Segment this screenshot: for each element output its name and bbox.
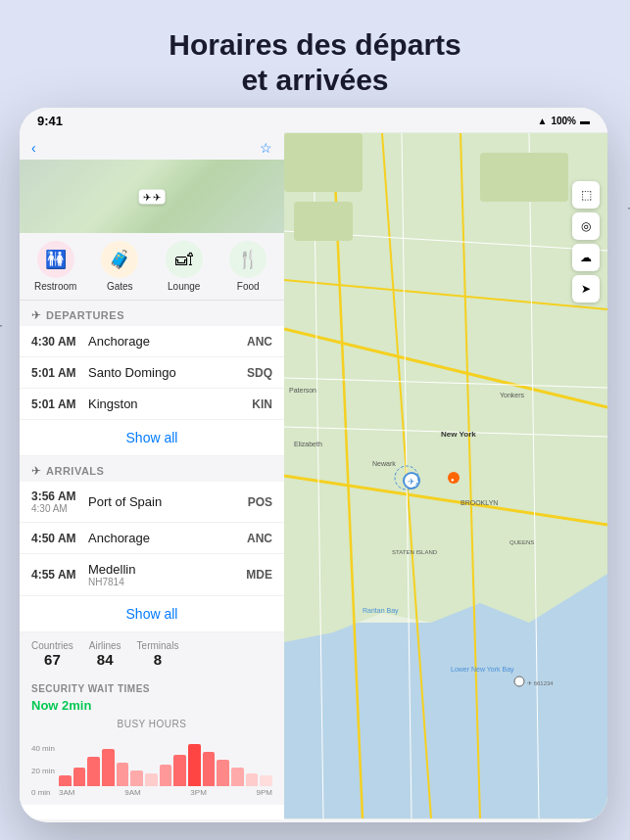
map-weather-button[interactable]: ☁ xyxy=(572,244,600,271)
y-label-40: 40 min xyxy=(31,744,55,753)
departure-flight-1[interactable]: 4:30 AM Anchorage ANC xyxy=(20,326,284,357)
wifi-icon: ▲ xyxy=(538,116,548,126)
x-label-9pm: 9PM xyxy=(257,788,272,797)
amenities-row: 🚻 Restroom 🧳 Gates 🛋 Lounge 🍴 Food xyxy=(20,233,284,301)
battery-icon: ▬ xyxy=(580,116,590,126)
panel-header: ‹ ☆ xyxy=(20,132,284,160)
status-bar: 9:41 ▲ 100% ▬ xyxy=(20,108,607,132)
amenity-lounge[interactable]: 🛋 Lounge xyxy=(154,241,215,292)
map-panel[interactable]: ✈ Newark New York Elizabeth Paterson Yon… xyxy=(284,132,607,819)
flight-destination: Santo Domingo xyxy=(88,365,247,380)
status-time: 9:41 xyxy=(37,114,63,128)
airplane-decoration-left: ✈ xyxy=(0,312,5,341)
x-label-9am: 9AM xyxy=(124,788,140,797)
flight-destination: Medellin xyxy=(88,562,246,577)
chart-y-axis: 40 min 20 min 0 min xyxy=(31,744,55,797)
airplane-decoration-right: ✈ xyxy=(625,195,630,223)
svg-point-34 xyxy=(514,677,524,686)
flight-code: SDQ xyxy=(247,366,272,380)
departure-flight-3[interactable]: 5:01 AM Kingston KIN xyxy=(20,389,284,420)
flight-destination: Kingston xyxy=(88,397,252,411)
arrivals-header: ✈ ARRIVALS xyxy=(20,456,284,482)
gates-icon: 🧳 xyxy=(101,241,138,278)
svg-rect-19 xyxy=(294,202,353,241)
food-icon: 🍴 xyxy=(229,241,267,278)
svg-text:BROOKLYN: BROOKLYN xyxy=(460,499,498,506)
flight-time: 5:01 AM xyxy=(31,366,88,380)
chart-bars-container xyxy=(59,733,272,786)
battery-label: 100% xyxy=(551,116,576,126)
y-label-20: 20 min xyxy=(31,767,55,775)
arrival-flight-2[interactable]: 4:50 AM Anchorage ANC xyxy=(20,523,284,554)
arrivals-label: ARRIVALS xyxy=(46,465,104,477)
chart-bar xyxy=(188,744,201,786)
flight-code: ANC xyxy=(247,532,272,545)
x-label-3pm: 3PM xyxy=(190,788,206,797)
flight-time-sub: 4:30 AM xyxy=(31,503,88,514)
flight-destination: Anchorage xyxy=(88,334,247,349)
x-label-3am: 3AM xyxy=(59,788,74,797)
svg-text:STATEN ISLAND: STATEN ISLAND xyxy=(392,549,438,555)
map-location-button[interactable]: ➤ xyxy=(572,275,600,303)
flight-destination: Port of Spain xyxy=(88,494,248,509)
airlines-value: 84 xyxy=(89,651,121,668)
svg-text:QUEENS: QUEENS xyxy=(509,539,534,545)
svg-text:✈: ✈ xyxy=(408,477,415,487)
stats-row: Countries 67 Airlines 84 Terminals 8 xyxy=(20,632,284,676)
map-3d-button[interactable]: ⬚ xyxy=(572,181,600,209)
page-title: Horaires des départs et arrivées xyxy=(0,0,630,116)
chart-bar xyxy=(130,770,143,786)
food-label: Food xyxy=(237,281,260,292)
svg-text:Raritan Bay: Raritan Bay xyxy=(363,607,399,615)
chart-bar xyxy=(173,755,186,786)
chart-bar xyxy=(203,752,216,786)
arrival-flight-1[interactable]: 3:56 AM 4:30 AM Port of Spain POS xyxy=(20,482,284,523)
arrival-flight-3[interactable]: 4:55 AM Medellin NH7814 MDE xyxy=(20,554,284,596)
map-controls: ⬚ ◎ ☁ ➤ xyxy=(572,181,600,303)
busy-hours-title: BUSY HOURS xyxy=(31,719,272,729)
flight-time: 3:56 AM xyxy=(31,490,88,503)
departures-label: DEPARTURES xyxy=(46,309,124,321)
security-now-text: Now 2min xyxy=(31,698,272,713)
countries-label: Countries xyxy=(31,640,73,651)
svg-rect-1 xyxy=(284,623,607,818)
back-button[interactable]: ‹ xyxy=(31,140,36,156)
security-title: SECURITY WAIT TIMES xyxy=(31,683,272,694)
flight-code: ANC xyxy=(247,335,272,349)
scroll-content[interactable]: ✈ DEPARTURES 4:30 AM Anchorage ANC 5:01 … xyxy=(20,301,284,819)
lounge-label: Lounge xyxy=(168,281,200,292)
svg-rect-20 xyxy=(480,153,568,202)
svg-rect-18 xyxy=(284,133,363,192)
terminals-stat: Terminals 8 xyxy=(137,640,179,668)
lounge-icon: 🛋 xyxy=(166,241,203,278)
departure-flight-2[interactable]: 5:01 AM Santo Domingo SDQ xyxy=(20,357,284,389)
chart-bar xyxy=(102,749,115,786)
departure-plane-icon: ✈ xyxy=(31,308,41,322)
amenity-gates[interactable]: 🧳 Gates xyxy=(90,241,151,292)
amenity-restroom[interactable]: 🚻 Restroom xyxy=(25,241,86,292)
busy-hours-chart: 40 min 20 min 0 min 3AM 9AM 3PM 9PM xyxy=(31,733,272,797)
svg-text:Newark: Newark xyxy=(372,460,396,467)
flight-time: 4:55 AM xyxy=(31,568,88,582)
left-panel: ‹ ☆ ✈ ✈ 🚻 Restroom 🧳 Gates xyxy=(20,132,284,819)
favorite-button[interactable]: ☆ xyxy=(260,140,272,156)
arrivals-show-all-button[interactable]: Show all xyxy=(20,596,284,632)
svg-text:Yonkers: Yonkers xyxy=(500,392,525,398)
amenity-food[interactable]: 🍴 Food xyxy=(218,241,279,292)
countries-stat: Countries 67 xyxy=(31,640,73,668)
svg-text:Elizabeth: Elizabeth xyxy=(294,441,322,447)
departures-show-all-button[interactable]: Show all xyxy=(20,420,284,456)
status-icons: ▲ 100% ▬ xyxy=(538,116,590,126)
countries-value: 67 xyxy=(31,651,73,668)
restroom-icon: 🚻 xyxy=(37,241,74,278)
svg-text:Lower New York Bay: Lower New York Bay xyxy=(451,666,514,674)
flight-time: 4:30 AM xyxy=(31,335,88,349)
device-frame: 9:41 ▲ 100% ▬ ‹ ☆ ✈ ✈ 🚻 xyxy=(20,108,607,822)
chart-bar xyxy=(217,760,229,786)
terminals-label: Terminals xyxy=(137,640,179,651)
y-label-0: 0 min xyxy=(31,788,55,797)
flight-code: POS xyxy=(248,495,272,509)
map-svg: ✈ Newark New York Elizabeth Paterson Yon… xyxy=(284,132,607,819)
map-layers-button[interactable]: ◎ xyxy=(572,212,600,240)
main-content: ‹ ☆ ✈ ✈ 🚻 Restroom 🧳 Gates xyxy=(20,132,607,819)
